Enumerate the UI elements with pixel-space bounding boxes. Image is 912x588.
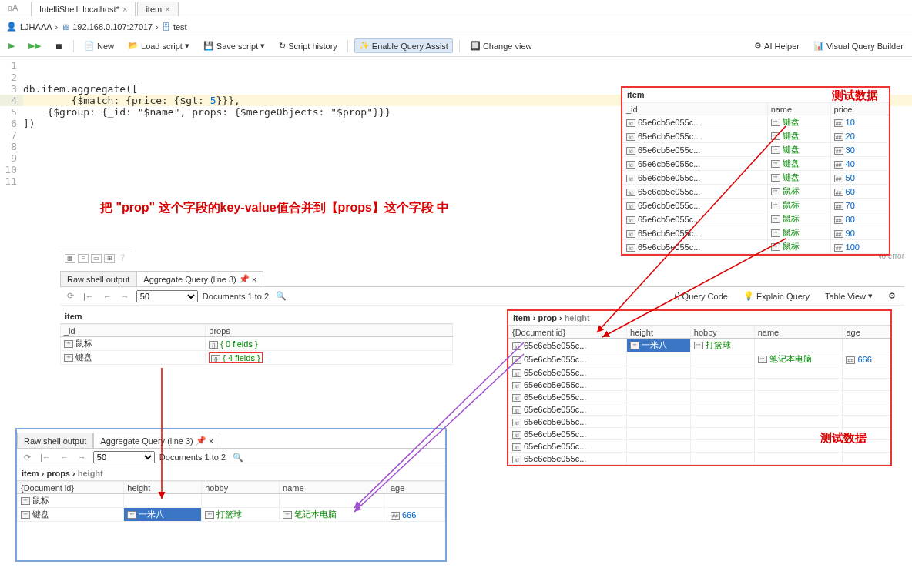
expanded-result-panel: Raw shell output Aggregate Query (line 3…: [15, 428, 447, 562]
editor-footer: ▦ ≡ ▭ ⊞ ❔: [60, 252, 132, 265]
result-toolbar: ⟳ |← ← → 50 Documents 1 to 2 🔍 ⟨⟩ Query …: [60, 287, 904, 306]
view-icon[interactable]: ⊞: [104, 254, 115, 263]
doc-range: Documents 1 to 2: [203, 292, 269, 301]
new-button[interactable]: 📄 New: [80, 39, 118, 52]
result-breadcrumb: item: [60, 309, 453, 324]
query-code-button[interactable]: ⟨⟩ Query Code: [670, 289, 732, 302]
stop-button[interactable]: ⏹: [51, 40, 67, 52]
prev-page-icon[interactable]: ←: [58, 452, 71, 463]
annotation-main: 把 "prop" 这个字段的key-value值合并到【props】这个字段 中: [100, 200, 449, 216]
first-page-icon[interactable]: |←: [38, 452, 53, 463]
view-icon[interactable]: ≡: [78, 254, 89, 263]
database-name: test: [173, 22, 187, 32]
doc-range: Documents 1 to 2: [159, 453, 226, 462]
tab-raw-output[interactable]: Raw shell output: [17, 433, 93, 448]
tab-aggregate-query[interactable]: Aggregate Query (line 3) 📌 ×: [136, 271, 263, 286]
text-size-indicator: aA: [8, 3, 18, 12]
annotation-test-data: 测试数据: [832, 89, 878, 103]
next-page-icon[interactable]: →: [119, 291, 132, 302]
view-icon[interactable]: ▭: [91, 254, 102, 263]
annotation-test-data-2: 测试数据: [820, 431, 867, 446]
visual-query-builder-button[interactable]: 📊 Visual Query Builder: [810, 39, 907, 52]
ai-helper-button[interactable]: ⚙ AI Helper: [750, 39, 803, 52]
help-icon[interactable]: ❔: [117, 254, 128, 263]
tab-raw-output[interactable]: Raw shell output: [60, 271, 136, 286]
refresh-icon[interactable]: ⟳: [22, 452, 33, 463]
result2-grid[interactable]: {Document id}height hobbyname age ""鼠标""…: [17, 481, 445, 522]
page-size-select[interactable]: 50: [136, 290, 198, 302]
panel-breadcrumb: item › props › height: [17, 466, 445, 481]
close-icon[interactable]: ×: [209, 436, 213, 446]
host-address: 192.168.0.107:27017: [72, 22, 153, 32]
close-icon[interactable]: ×: [252, 275, 256, 284]
result-grid[interactable]: _idprops ""鼠标{}{ 0 fields }""键盘{}{ 4 fie…: [60, 324, 453, 365]
next-page-icon[interactable]: →: [75, 452, 89, 463]
enable-query-assist-button[interactable]: ✨ Enable Query Assist: [354, 38, 453, 53]
run-button[interactable]: ▶: [5, 39, 18, 52]
close-icon[interactable]: ×: [165, 5, 169, 14]
prev-page-icon[interactable]: ←: [101, 291, 114, 302]
server-icon: 🖥: [61, 22, 69, 32]
chevron-right-icon: ›: [55, 22, 59, 32]
change-view-button[interactable]: 🔲 Change view: [466, 39, 536, 52]
result-tabs: Raw shell output Aggregate Query (line 3…: [60, 271, 904, 287]
editor-tab-bar: IntelliShell: localhost* × item ×: [0, 0, 912, 18]
run-all-button[interactable]: ▶▶: [25, 39, 45, 52]
table-view-dropdown[interactable]: Table View ▾: [821, 289, 877, 302]
view-icon[interactable]: ▦: [65, 254, 75, 263]
search-icon[interactable]: 🔍: [273, 290, 289, 302]
connection-breadcrumb: 👤 LJHAAA › 🖥 192.168.0.107:27017 › 🗄 tes…: [0, 18, 912, 35]
close-icon[interactable]: ×: [122, 5, 127, 14]
user-name: LJHAAA: [20, 22, 52, 32]
explain-query-button[interactable]: 💡 Explain Query: [739, 289, 813, 302]
tab-label: item: [146, 5, 162, 14]
page-size-select[interactable]: 50: [93, 451, 155, 463]
tab-label: IntelliShell: localhost*: [39, 5, 119, 14]
first-page-icon[interactable]: |←: [81, 291, 96, 302]
refresh-icon[interactable]: ⟳: [65, 290, 76, 302]
item-data-panel: item _idnameprice id65e6cb5e055c...""键盘#…: [621, 86, 890, 256]
user-icon: 👤: [6, 22, 17, 32]
editor-toolbar: ▶ ▶▶ ⏹ 📄 New 📂 Load script ▾ 💾 Save scri…: [0, 35, 912, 57]
item-grid[interactable]: _idnameprice id65e6cb5e055c...""键盘##10id…: [622, 102, 889, 254]
database-icon: 🗄: [162, 22, 170, 32]
tab-item[interactable]: item ×: [137, 2, 178, 16]
save-script-button[interactable]: 💾 Save script ▾: [200, 39, 269, 52]
script-history-button[interactable]: ↻ Script history: [275, 39, 341, 52]
tab-intellishell[interactable]: IntelliShell: localhost* ×: [31, 2, 136, 16]
chevron-right-icon: ›: [156, 22, 159, 32]
tab-aggregate-query[interactable]: Aggregate Query (line 3) 📌 ×: [93, 433, 220, 448]
search-icon[interactable]: 🔍: [230, 452, 246, 463]
panel-breadcrumb: item › prop › height: [508, 311, 890, 326]
gear-icon[interactable]: ⚙: [884, 289, 900, 302]
load-script-button[interactable]: 📂 Load script ▾: [124, 39, 193, 52]
